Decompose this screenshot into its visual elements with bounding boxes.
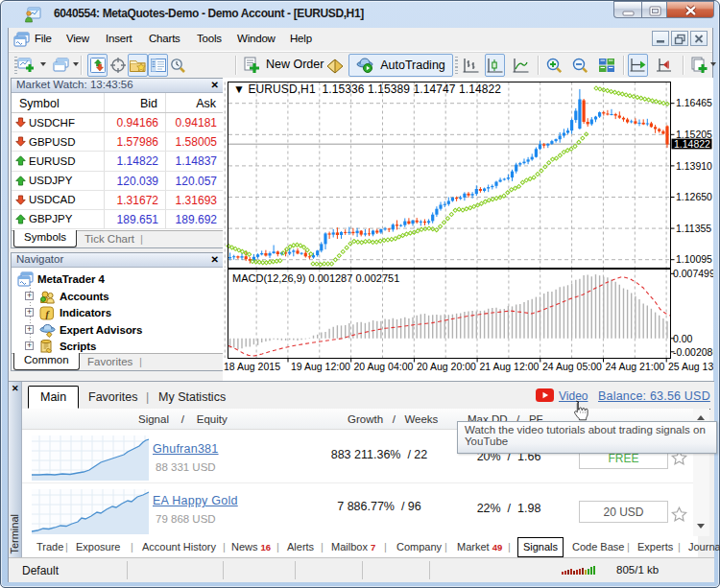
svg-text:24 Aug 05:00: 24 Aug 05:00 xyxy=(542,361,602,372)
svg-text:1.11355: 1.11355 xyxy=(676,223,711,234)
svg-text:20 Aug 20:00: 20 Aug 20:00 xyxy=(417,361,476,372)
svg-text:MACD(12,26,9) 0.001287 0.00275: MACD(12,26,9) 0.001287 0.002751 xyxy=(232,272,399,284)
svg-text:19 Aug 12:00: 19 Aug 12:00 xyxy=(291,361,350,372)
svg-text:1.13910: 1.13910 xyxy=(676,160,712,172)
svg-text:0.00: 0.00 xyxy=(673,333,693,344)
svg-text:-0.002086: -0.002086 xyxy=(673,346,713,358)
svg-text:0.007499: 0.007499 xyxy=(673,268,713,279)
svg-text:1.16465: 1.16465 xyxy=(676,97,712,108)
svg-text:25 Aug 13:00: 25 Aug 13:00 xyxy=(668,361,713,372)
svg-text:20 Aug 04:00: 20 Aug 04:00 xyxy=(354,361,414,372)
svg-text:▼ EURUSD,H1 1.15336 1.15389 1: ▼ EURUSD,H1 1.15336 1.15389 1.14747 1.14… xyxy=(233,82,501,96)
svg-text:1.12650: 1.12650 xyxy=(676,191,712,202)
svg-text:1.10095: 1.10095 xyxy=(676,253,712,265)
svg-text:21 Aug 12:00: 21 Aug 12:00 xyxy=(480,361,540,372)
svg-text:18 Aug 2015: 18 Aug 2015 xyxy=(224,361,280,372)
svg-text:24 Aug 21:00: 24 Aug 21:00 xyxy=(606,361,665,372)
svg-text:1.14822: 1.14822 xyxy=(674,138,710,150)
